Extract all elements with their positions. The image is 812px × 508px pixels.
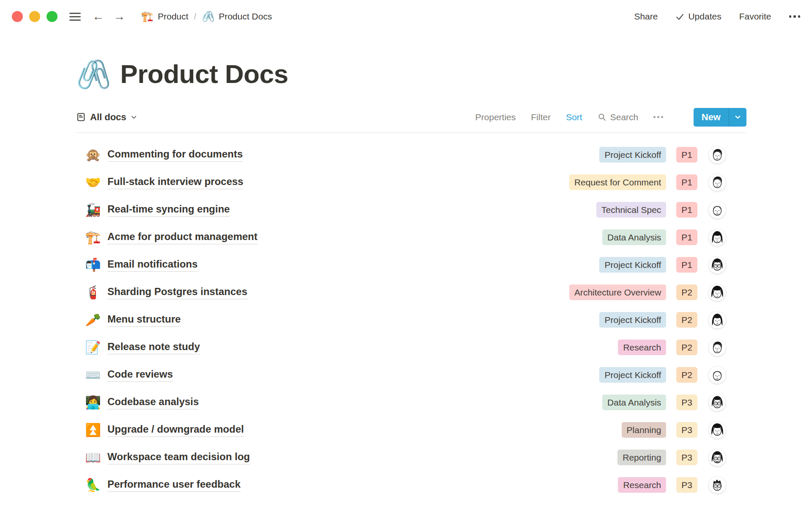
priority-badge[interactable]: P2 xyxy=(676,312,697,328)
doc-type-tag[interactable]: Technical Spec xyxy=(596,202,666,218)
breadcrumb-item-product-docs[interactable]: 🖇️ Product Docs xyxy=(202,11,272,22)
more-options-icon[interactable] xyxy=(789,15,801,18)
page-title-text: Product Docs xyxy=(120,58,288,91)
doc-icon: 📝 xyxy=(85,341,102,354)
doc-type-tag[interactable]: Data Analysis xyxy=(602,395,666,410)
doc-title-link[interactable]: Commenting for documents xyxy=(107,148,243,162)
collection-toolbar: All docs Properties Filter Sort Search N… xyxy=(76,108,746,127)
priority-badge[interactable]: P3 xyxy=(676,422,697,438)
doc-type-tag[interactable]: Project Kickoff xyxy=(599,367,666,383)
list-view-icon xyxy=(76,112,86,122)
doc-row[interactable]: 🧯 Sharding Postgres instances Architectu… xyxy=(76,279,746,306)
assignee-avatar[interactable] xyxy=(709,477,726,494)
doc-type-tag[interactable]: Architecture Overview xyxy=(569,284,666,300)
doc-type-tag[interactable]: Research xyxy=(618,340,666,355)
doc-row[interactable]: 🦜 Performance user feedback Research P3 xyxy=(76,471,746,499)
page-icon-paperclips[interactable]: 🖇️ xyxy=(76,60,111,91)
search-button[interactable]: Search xyxy=(598,112,639,122)
new-dropdown-button[interactable] xyxy=(729,108,746,127)
breadcrumb-item-product[interactable]: 🏗️ Product xyxy=(141,11,188,22)
doc-type-tag[interactable]: Research xyxy=(618,477,666,493)
assignee-avatar[interactable] xyxy=(709,174,726,191)
chevron-down-icon xyxy=(734,113,741,121)
sort-button[interactable]: Sort xyxy=(566,112,582,122)
priority-badge[interactable]: P1 xyxy=(676,257,697,273)
sidebar-menu-icon[interactable] xyxy=(69,13,81,21)
assignee-avatar[interactable] xyxy=(709,202,726,218)
assignee-avatar[interactable] xyxy=(709,449,726,466)
doc-title-link[interactable]: Sharding Postgres instances xyxy=(107,286,247,299)
doc-title-link[interactable]: Acme for product management xyxy=(107,231,258,244)
doc-type-tag[interactable]: Reporting xyxy=(617,450,666,465)
doc-title-link[interactable]: Performance user feedback xyxy=(107,478,241,492)
doc-row[interactable]: 🙊 Commenting for documents Project Kicko… xyxy=(76,141,746,168)
doc-title-link[interactable]: Real-time syncing engine xyxy=(107,203,230,217)
forward-arrow-icon[interactable]: → xyxy=(113,11,125,22)
doc-title-link[interactable]: Release note study xyxy=(107,341,200,354)
doc-type-tag[interactable]: Planning xyxy=(622,422,667,438)
priority-badge[interactable]: P3 xyxy=(676,477,697,493)
doc-row[interactable]: 👩‍💻 Codebase analysis Data Analysis P3 xyxy=(76,389,746,416)
properties-button[interactable]: Properties xyxy=(475,112,516,122)
breadcrumb-label: Product Docs xyxy=(219,11,272,22)
assignee-avatar[interactable] xyxy=(709,229,726,246)
priority-badge[interactable]: P1 xyxy=(676,147,697,163)
doc-type-tag[interactable]: Project Kickoff xyxy=(599,312,666,328)
doc-icon: ⌨️ xyxy=(85,369,102,381)
doc-row[interactable]: 🏗️ Acme for product management Data Anal… xyxy=(76,224,746,251)
assignee-avatar[interactable] xyxy=(709,367,726,384)
doc-row[interactable]: 🚂 Real-time syncing engine Technical Spe… xyxy=(76,196,746,224)
assignee-avatar[interactable] xyxy=(709,284,726,301)
assignee-avatar[interactable] xyxy=(709,312,726,329)
back-arrow-icon[interactable]: ← xyxy=(92,11,104,22)
priority-badge[interactable]: P1 xyxy=(676,202,697,218)
new-button[interactable]: New xyxy=(694,108,729,127)
search-icon xyxy=(598,113,606,121)
doc-title-link[interactable]: Menu structure xyxy=(107,313,181,327)
assignee-avatar[interactable] xyxy=(709,394,726,411)
updates-button[interactable]: Updates xyxy=(675,11,721,22)
doc-icon: 🚂 xyxy=(85,204,102,216)
doc-title-link[interactable]: Workspace team decision log xyxy=(107,451,250,464)
doc-type-tag[interactable]: Data Analysis xyxy=(602,229,666,245)
favorite-button[interactable]: Favorite xyxy=(739,11,771,22)
doc-title-link[interactable]: Email notifications xyxy=(107,258,198,272)
priority-badge[interactable]: P1 xyxy=(676,174,697,190)
doc-icon: 📖 xyxy=(85,451,102,464)
doc-icon: 🏗️ xyxy=(85,231,102,244)
traffic-lights xyxy=(12,11,58,22)
doc-title-link[interactable]: Full-stack interview process xyxy=(107,176,243,189)
close-button[interactable] xyxy=(12,11,23,22)
doc-row[interactable]: 📬 Email notifications Project Kickoff P1 xyxy=(76,251,746,279)
priority-badge[interactable]: P3 xyxy=(676,450,697,465)
doc-row[interactable]: ⌨️ Code reviews Project Kickoff P2 xyxy=(76,361,746,389)
share-button[interactable]: Share xyxy=(634,11,658,22)
doc-title-link[interactable]: Code reviews xyxy=(107,368,173,382)
doc-row[interactable]: 🤝 Full-stack interview process Request f… xyxy=(76,168,746,196)
filter-button[interactable]: Filter xyxy=(531,112,551,122)
view-selector[interactable]: All docs xyxy=(76,112,137,123)
doc-row[interactable]: 📖 Workspace team decision log Reporting … xyxy=(76,444,746,471)
assignee-avatar[interactable] xyxy=(709,257,726,273)
assignee-avatar[interactable] xyxy=(709,339,726,356)
priority-badge[interactable]: P3 xyxy=(676,395,697,410)
doc-row[interactable]: ⏫ Upgrade / downgrade model Planning P3 xyxy=(76,416,746,444)
priority-badge[interactable]: P1 xyxy=(676,229,697,245)
toolbar-actions: Properties Filter Sort Search New xyxy=(475,108,746,127)
assignee-avatar[interactable] xyxy=(709,422,726,439)
minimize-button[interactable] xyxy=(29,11,40,22)
priority-badge[interactable]: P2 xyxy=(676,284,697,300)
toolbar-more-icon[interactable] xyxy=(653,116,663,118)
doc-list: 🙊 Commenting for documents Project Kicko… xyxy=(76,141,746,499)
doc-type-tag[interactable]: Request for Comment xyxy=(569,174,666,190)
priority-badge[interactable]: P2 xyxy=(676,340,697,355)
doc-title-link[interactable]: Upgrade / downgrade model xyxy=(107,423,244,437)
doc-type-tag[interactable]: Project Kickoff xyxy=(599,257,666,273)
doc-type-tag[interactable]: Project Kickoff xyxy=(599,147,666,163)
zoom-button[interactable] xyxy=(47,11,58,22)
doc-row[interactable]: 📝 Release note study Research P2 xyxy=(76,334,746,361)
doc-row[interactable]: 🥕 Menu structure Project Kickoff P2 xyxy=(76,306,746,334)
priority-badge[interactable]: P2 xyxy=(676,367,697,383)
assignee-avatar[interactable] xyxy=(709,146,726,163)
doc-title-link[interactable]: Codebase analysis xyxy=(107,396,199,409)
